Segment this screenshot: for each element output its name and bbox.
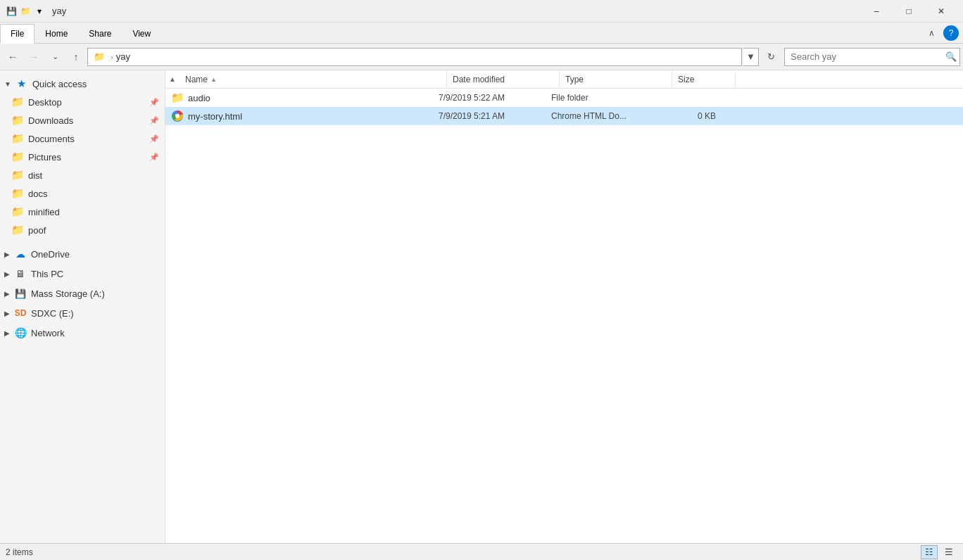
chevron-right-icon-massstorage: ▶ bbox=[4, 290, 10, 298]
save-icon: 💾 bbox=[6, 6, 17, 17]
title-bar: 💾 📁 ▾ yay – □ ✕ bbox=[0, 0, 963, 23]
pin-icon: 📌 bbox=[149, 98, 159, 107]
massstorage-label: Mass Storage (A:) bbox=[31, 288, 105, 299]
up-button[interactable]: ↑ bbox=[66, 47, 86, 67]
back-button[interactable]: ← bbox=[3, 47, 23, 67]
dropdown-icon[interactable]: ▾ bbox=[34, 6, 45, 17]
sidebar-item-minified[interactable]: 📁 minified bbox=[0, 203, 165, 221]
sidebar-item-network[interactable]: ▶ 🌐 Network bbox=[0, 322, 165, 342]
file-type-cell: Chrome HTML Do... bbox=[546, 107, 658, 125]
sort-col-size[interactable]: Size bbox=[672, 70, 736, 88]
col-date-label: Date modified bbox=[453, 75, 505, 84]
sidebar-section-quick-access[interactable]: ▼ ★ Quick access bbox=[0, 73, 165, 93]
table-row[interactable]: 📁 audio 7/9/2019 5:22 AM File folder bbox=[165, 89, 963, 107]
tab-file[interactable]: File bbox=[0, 24, 34, 44]
search-input[interactable] bbox=[791, 51, 945, 62]
folder-yellow-icon-docs: 📁 bbox=[11, 187, 24, 200]
close-button[interactable]: ✕ bbox=[925, 0, 957, 23]
path-root-icon: 📁 bbox=[94, 51, 105, 62]
tab-view[interactable]: View bbox=[122, 24, 161, 43]
help-button[interactable]: ? bbox=[943, 25, 959, 41]
sidebar-item-dist[interactable]: 📁 dist bbox=[0, 166, 165, 184]
sdxc-label: SDXC (E:) bbox=[31, 308, 74, 319]
table-row[interactable]: my-story.html 7/9/2019 5:21 AM Chrome HT… bbox=[165, 107, 963, 125]
quick-access-label: Quick access bbox=[32, 79, 87, 89]
ribbon-expand-button[interactable]: ∧ bbox=[923, 27, 940, 39]
collapse-button[interactable]: ▲ bbox=[165, 70, 180, 89]
address-dropdown-button[interactable]: ▼ bbox=[743, 48, 759, 66]
sort-arrow-name: ▲ bbox=[210, 76, 217, 83]
path-folder: yay bbox=[116, 51, 130, 62]
file-type: Chrome HTML Do... bbox=[551, 111, 627, 121]
sidebar-item-label: dist bbox=[28, 170, 159, 181]
sidebar-item-onedrive[interactable]: ▶ ☁ OneDrive bbox=[0, 243, 165, 263]
ribbon: File Home Share View ∧ ? bbox=[0, 23, 963, 44]
maximize-button[interactable]: □ bbox=[893, 0, 925, 23]
tab-share[interactable]: Share bbox=[78, 24, 122, 43]
folder-yellow-icon-minified: 📁 bbox=[11, 205, 24, 218]
sidebar-item-docs[interactable]: 📁 docs bbox=[0, 184, 165, 203]
col-name-label: Name bbox=[185, 75, 208, 84]
sidebar-item-thispc[interactable]: ▶ 🖥 This PC bbox=[0, 263, 165, 283]
massstorage-icon: 💾 bbox=[14, 287, 27, 300]
sidebar-item-desktop[interactable]: 📁 Desktop 📌 bbox=[0, 93, 165, 111]
view-details-button[interactable]: ☷ bbox=[921, 545, 938, 559]
folder-yellow-icon-poof: 📁 bbox=[11, 224, 24, 236]
minimize-button[interactable]: – bbox=[860, 0, 893, 23]
refresh-button[interactable]: ↻ bbox=[762, 48, 780, 66]
search-box: 🔍 bbox=[784, 48, 960, 66]
file-name: audio bbox=[188, 93, 210, 103]
onedrive-icon: ☁ bbox=[14, 248, 27, 260]
file-size-cell: 0 KB bbox=[658, 107, 722, 125]
pin-icon: 📌 bbox=[149, 134, 159, 144]
sidebar-item-label: poof bbox=[28, 225, 159, 236]
sidebar-item-documents[interactable]: 📁 Documents 📌 bbox=[0, 129, 165, 148]
sort-col-date[interactable]: Date modified bbox=[447, 70, 560, 88]
file-size-cell bbox=[658, 89, 722, 107]
chevron-down-icon: ▼ bbox=[4, 80, 11, 88]
status-bar: 2 items ☷ ☰ bbox=[0, 543, 963, 560]
network-icon: 🌐 bbox=[14, 326, 27, 339]
chevron-right-icon-network: ▶ bbox=[4, 329, 10, 337]
quick-access-star-icon: ★ bbox=[15, 77, 28, 90]
ribbon-tabs: File Home Share View ∧ ? bbox=[0, 23, 963, 43]
sidebar-item-label: Desktop bbox=[28, 97, 145, 108]
sidebar-item-label: Documents bbox=[28, 134, 145, 144]
sidebar-item-downloads[interactable]: 📁 Downloads 📌 bbox=[0, 111, 165, 129]
sidebar-item-poof[interactable]: 📁 poof bbox=[0, 221, 165, 239]
sidebar-item-massstorage[interactable]: ▶ 💾 Mass Storage (A:) bbox=[0, 283, 165, 303]
sidebar: ▼ ★ Quick access 📁 Desktop 📌 📁 Downloads… bbox=[0, 70, 165, 543]
sidebar-item-sdxc[interactable]: ▶ SD SDXC (E:) bbox=[0, 303, 165, 322]
window-title: yay bbox=[52, 6, 66, 16]
file-type: File folder bbox=[551, 93, 588, 103]
file-list: 📁 audio 7/9/2019 5:22 AM File folder bbox=[165, 89, 963, 543]
folder-blue-icon: 📁 bbox=[11, 96, 24, 108]
sidebar-item-pictures[interactable]: 📁 Pictures 📌 bbox=[0, 148, 165, 166]
pin-icon: 📌 bbox=[149, 153, 159, 162]
file-area: ▲ Name ▲ Date modified Type Size 📁 audio bbox=[165, 70, 963, 543]
chevron-right-icon-sdxc: ▶ bbox=[4, 310, 10, 317]
tab-home[interactable]: Home bbox=[34, 24, 78, 43]
view-controls: ☷ ☰ bbox=[921, 545, 957, 559]
svg-point-2 bbox=[175, 114, 180, 118]
file-name-cell: 📁 audio bbox=[165, 89, 433, 107]
view-list-button[interactable]: ☰ bbox=[940, 545, 957, 559]
file-name: my-story.html bbox=[188, 111, 242, 122]
file-type-cell: File folder bbox=[546, 89, 658, 107]
forward-button[interactable]: → bbox=[24, 47, 44, 67]
file-size: 0 KB bbox=[698, 111, 716, 121]
sort-col-name[interactable]: Name ▲ bbox=[180, 70, 447, 88]
file-date: 7/9/2019 5:21 AM bbox=[439, 111, 505, 121]
network-label: Network bbox=[31, 328, 65, 338]
file-date: 7/9/2019 5:22 AM bbox=[439, 93, 505, 103]
sort-col-type[interactable]: Type bbox=[560, 70, 672, 88]
title-bar-icons: 💾 📁 ▾ bbox=[6, 6, 45, 17]
address-path[interactable]: 📁 › yay bbox=[87, 48, 742, 66]
dropdown-nav-button[interactable]: ⌄ bbox=[45, 47, 65, 67]
sdxc-icon: SD bbox=[14, 307, 27, 319]
folder-blue-icon-downloads: 📁 bbox=[11, 114, 24, 127]
col-type-label: Type bbox=[565, 75, 584, 84]
col-size-label: Size bbox=[678, 75, 694, 84]
file-date-cell: 7/9/2019 5:21 AM bbox=[433, 107, 546, 125]
folder-icon: 📁 bbox=[20, 6, 31, 17]
